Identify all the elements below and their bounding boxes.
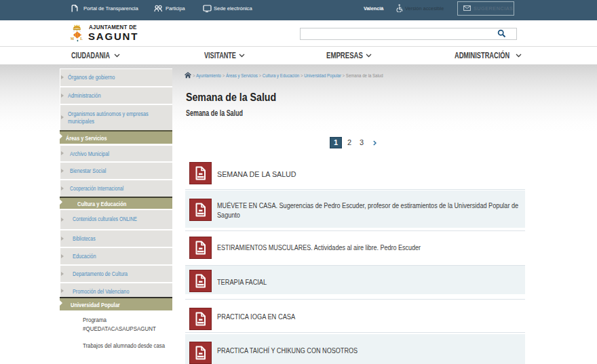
svg-text:M: M (71, 37, 75, 41)
svg-text:L: L (80, 37, 83, 41)
